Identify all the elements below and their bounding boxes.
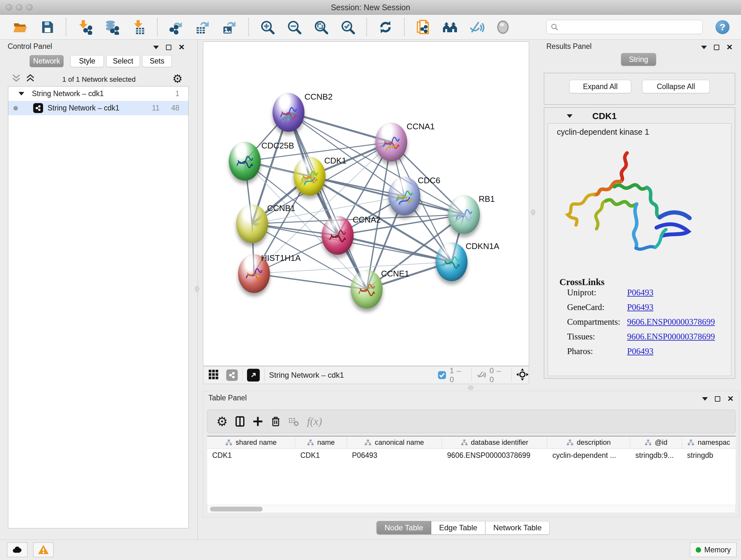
close-panel-icon[interactable]: ✕ xyxy=(179,44,185,51)
import-network-database-button[interactable] xyxy=(102,17,122,37)
collapse-all-button[interactable]: Collapse All xyxy=(642,80,710,93)
zoom-fit-button[interactable] xyxy=(311,17,331,37)
crosslink-link[interactable]: P06493 xyxy=(627,347,654,356)
network-selection-status: 1 of 1 Network selected xyxy=(0,75,198,84)
export-network-button[interactable] xyxy=(166,17,186,37)
cloud-status-button[interactable] xyxy=(7,543,27,557)
table-row[interactable]: CDK1 CDK1 P06493 9606.ENSP00000378699 cy… xyxy=(207,449,736,462)
network-node-CCNA1[interactable] xyxy=(375,123,407,162)
network-canvas[interactable]: CCNB2CCNA1CDC25BCDK1CDC6RB1CCNB1CCNA2CDK… xyxy=(203,42,529,366)
crosslink-link[interactable]: P06493 xyxy=(627,302,654,312)
horizontal-splitter-handle[interactable] xyxy=(468,386,474,390)
table-header-row: shared name name canonical name database… xyxy=(207,436,736,449)
show-hidden-button[interactable] xyxy=(494,17,514,37)
network-node-CDC6[interactable] xyxy=(388,177,420,215)
network-node-CCNA2[interactable] xyxy=(322,216,354,255)
network-node-CCNB2[interactable] xyxy=(273,93,305,132)
grid-view-button[interactable] xyxy=(208,369,219,381)
crosslink-link[interactable]: P06493 xyxy=(627,288,654,298)
tab-style[interactable]: Style xyxy=(71,55,104,67)
table-settings-gear-icon[interactable]: ⚙ xyxy=(213,413,231,430)
protein-structure-image xyxy=(561,149,695,264)
tab-sets[interactable]: Sets xyxy=(142,55,172,67)
collection-network-count: 1 xyxy=(175,89,179,98)
delete-column-button[interactable] xyxy=(267,413,285,430)
crosslink-link[interactable]: 9606.ENSP00000378699 xyxy=(627,317,715,327)
network-node-CDKN1A[interactable] xyxy=(435,242,468,281)
float-panel-icon[interactable] xyxy=(715,396,720,401)
expand-all-button[interactable]: Expand All xyxy=(569,80,631,93)
column-header[interactable]: namespac xyxy=(682,436,736,448)
string-home-button[interactable] xyxy=(440,17,460,37)
column-header[interactable]: @id xyxy=(630,436,682,448)
panel-menu-icon[interactable] xyxy=(702,397,708,401)
close-panel-icon[interactable]: ✕ xyxy=(726,44,733,51)
tab-node-table[interactable]: Node Table xyxy=(377,521,431,535)
add-column-button[interactable] xyxy=(249,413,267,430)
show-columns-button[interactable] xyxy=(231,413,249,430)
export-image-button[interactable] xyxy=(220,17,240,37)
crosslink-link[interactable]: 9606.ENSP00000378699 xyxy=(627,332,715,341)
open-in-new-window-button[interactable] xyxy=(247,369,260,381)
network-edge-CCNA2-CDKN1A[interactable] xyxy=(338,235,452,262)
network-collection-row[interactable]: String Network – cdk1 1 xyxy=(8,86,188,101)
node-label-CCNA2: CCNA2 xyxy=(353,215,381,225)
eye-slash-icon xyxy=(469,19,484,35)
database-import-icon xyxy=(104,19,119,35)
network-edge-HIST1H1A-CCNE1[interactable] xyxy=(254,273,367,289)
help-button[interactable]: ? xyxy=(716,20,730,34)
zoom-selected-button[interactable] xyxy=(338,17,358,37)
grid-icon xyxy=(208,369,219,380)
network-node-CCNB1[interactable] xyxy=(236,204,268,243)
network-options-gear-icon[interactable]: ⚙ xyxy=(172,72,183,85)
panel-menu-icon[interactable] xyxy=(701,46,707,49)
network-node-CDC25B[interactable] xyxy=(229,142,261,181)
tab-network[interactable]: Network xyxy=(30,55,64,67)
toolbar-separator xyxy=(248,18,249,36)
selected-checkbox[interactable] xyxy=(437,371,447,380)
delete-table-button[interactable] xyxy=(285,413,302,430)
import-network-file-button[interactable] xyxy=(75,17,95,37)
column-header[interactable]: shared name xyxy=(207,436,295,448)
search-input[interactable] xyxy=(562,23,698,31)
right-splitter-handle[interactable] xyxy=(531,209,535,215)
zoom-out-button[interactable] xyxy=(284,17,304,37)
panel-menu-icon[interactable] xyxy=(153,46,159,49)
column-header[interactable]: database identifier xyxy=(442,436,547,448)
open-session-button[interactable] xyxy=(10,17,30,37)
tab-string[interactable]: String xyxy=(621,53,656,66)
network-node-RB1[interactable] xyxy=(448,195,480,234)
network-node-CCNE1[interactable] xyxy=(351,270,383,309)
memory-button[interactable]: Memory xyxy=(690,543,737,557)
function-builder-button[interactable]: f(x) xyxy=(307,415,322,428)
gene-collapse-icon[interactable] xyxy=(567,114,572,118)
refresh-button[interactable] xyxy=(376,17,395,37)
hide-selected-button[interactable] xyxy=(467,17,487,37)
string-style-button[interactable] xyxy=(226,369,238,381)
node-label-CDK1: CDK1 xyxy=(324,156,346,166)
export-table-button[interactable] xyxy=(193,17,213,37)
float-panel-icon[interactable] xyxy=(714,45,719,50)
table-panel: Table Panel ✕ ⚙ f(x) shared name name ca… xyxy=(203,391,739,517)
column-header[interactable]: canonical name xyxy=(347,436,442,448)
tab-select[interactable]: Select xyxy=(106,55,140,67)
table-horizontal-scrollbar[interactable] xyxy=(207,505,736,513)
save-session-button[interactable] xyxy=(37,17,57,37)
collection-expander-icon[interactable] xyxy=(18,92,24,96)
close-panel-icon[interactable]: ✕ xyxy=(727,395,734,402)
tab-network-table[interactable]: Network Table xyxy=(485,521,550,535)
tab-edge-table[interactable]: Edge Table xyxy=(431,521,485,535)
column-header[interactable]: description xyxy=(547,436,630,448)
zoom-in-button[interactable] xyxy=(258,17,277,37)
float-panel-icon[interactable] xyxy=(166,45,172,50)
import-table-file-button[interactable] xyxy=(129,17,148,37)
network-row[interactable]: String Network – cdk1 11 48 xyxy=(8,101,188,115)
warnings-button[interactable] xyxy=(33,543,54,557)
network-node-CDK1[interactable] xyxy=(293,157,326,196)
protein-ribbon-thumbnail xyxy=(454,203,474,226)
column-header[interactable]: name xyxy=(295,436,347,448)
left-splitter-handle[interactable] xyxy=(195,286,199,292)
share-document-button[interactable] xyxy=(413,17,433,37)
birdseye-fit-button[interactable] xyxy=(516,368,529,382)
scrollbar-thumb[interactable] xyxy=(210,507,263,511)
